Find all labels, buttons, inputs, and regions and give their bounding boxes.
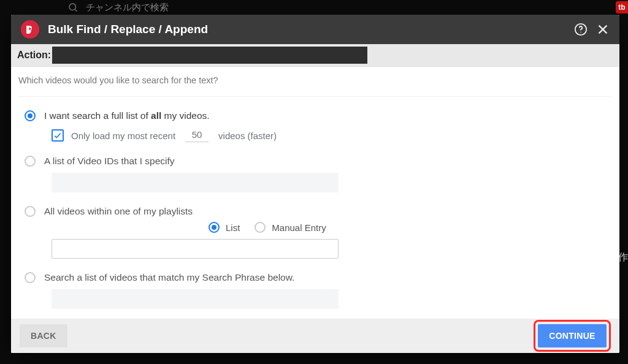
continue-button[interactable]: CONTINUE bbox=[538, 324, 607, 347]
option-video-ids-label: A list of Video IDs that I specify bbox=[44, 156, 175, 167]
only-recent-prefix: Only load my most recent bbox=[71, 131, 175, 141]
video-ids-input[interactable] bbox=[52, 173, 339, 192]
option-full-list: I want search a full list of all my vide… bbox=[25, 110, 612, 142]
background-searchbar: チャンネル内で検索 bbox=[0, 0, 628, 15]
modal: Bulk Find / Replace / Append Action: Whi… bbox=[11, 15, 619, 353]
option-full-list-label: I want search a full list of all my vide… bbox=[44, 110, 210, 121]
scope-options: I want search a full list of all my vide… bbox=[18, 110, 612, 309]
option-video-ids: A list of Video IDs that I specify bbox=[25, 156, 612, 192]
option-search-phrase-row[interactable]: Search a list of videos that match my Se… bbox=[25, 272, 612, 283]
radio-playlists[interactable] bbox=[25, 206, 36, 217]
option-full-list-row[interactable]: I want search a full list of all my vide… bbox=[25, 110, 612, 121]
search-icon bbox=[67, 2, 78, 13]
option-playlists: All videos within one of my playlists Li… bbox=[25, 206, 612, 259]
modal-title: Bulk Find / Replace / Append bbox=[48, 23, 208, 36]
option-search-phrase-label: Search a list of videos that match my Se… bbox=[44, 272, 294, 283]
svg-line-1 bbox=[75, 9, 77, 11]
modal-footer: BACK CONTINUE bbox=[11, 319, 619, 353]
svg-point-4 bbox=[580, 32, 581, 32]
action-bar: Action: bbox=[11, 44, 619, 67]
radio-playlist-mode-manual[interactable] bbox=[255, 222, 266, 233]
modal-body: Which videos would you like to search fo… bbox=[11, 67, 619, 319]
playlist-mode-manual[interactable]: Manual Entry bbox=[255, 222, 326, 233]
only-recent-suffix: videos (faster) bbox=[218, 131, 277, 141]
option-playlists-label: All videos within one of my playlists bbox=[44, 206, 193, 217]
tubebuddy-logo-icon bbox=[21, 20, 39, 39]
background-right-red-icon: tb bbox=[616, 1, 628, 13]
only-recent-checkbox[interactable] bbox=[52, 129, 64, 142]
only-recent-line: Only load my most recent videos (faster) bbox=[52, 129, 612, 142]
option-video-ids-row[interactable]: A list of Video IDs that I specify bbox=[25, 156, 612, 167]
radio-video-ids[interactable] bbox=[25, 156, 36, 167]
background-search-placeholder: チャンネル内で検索 bbox=[86, 2, 169, 13]
action-label: Action: bbox=[17, 50, 51, 61]
only-recent-count-input[interactable] bbox=[185, 129, 209, 142]
playlist-mode-manual-label: Manual Entry bbox=[272, 222, 326, 233]
svg-point-0 bbox=[69, 4, 76, 10]
background-right-char: 作 bbox=[618, 251, 628, 264]
search-phrase-input[interactable] bbox=[52, 289, 339, 309]
divider bbox=[18, 96, 612, 97]
help-icon[interactable] bbox=[574, 23, 588, 36]
back-button[interactable]: BACK bbox=[20, 324, 67, 347]
option-playlists-row[interactable]: All videos within one of my playlists bbox=[25, 206, 612, 217]
continue-highlight: CONTINUE bbox=[534, 320, 611, 352]
radio-playlist-mode-list[interactable] bbox=[209, 222, 220, 233]
playlist-mode-row: List Manual Entry bbox=[209, 222, 612, 233]
radio-full-list[interactable] bbox=[25, 110, 36, 121]
scope-question: Which videos would you like to search fo… bbox=[18, 75, 612, 85]
playlist-mode-list-label: List bbox=[226, 222, 240, 233]
modal-header: Bulk Find / Replace / Append bbox=[11, 15, 619, 44]
radio-search-phrase[interactable] bbox=[25, 272, 36, 283]
playlist-input[interactable] bbox=[52, 239, 339, 259]
full-list-subsettings: Only load my most recent videos (faster) bbox=[52, 129, 612, 142]
check-icon bbox=[53, 131, 62, 140]
option-search-phrase: Search a list of videos that match my Se… bbox=[25, 272, 612, 309]
close-icon[interactable] bbox=[596, 23, 610, 36]
page-backdrop: チャンネル内で検索 tb 作 Bulk Find / Replace / App… bbox=[0, 0, 628, 364]
action-select[interactable] bbox=[52, 47, 367, 64]
playlist-mode-list[interactable]: List bbox=[209, 222, 240, 233]
